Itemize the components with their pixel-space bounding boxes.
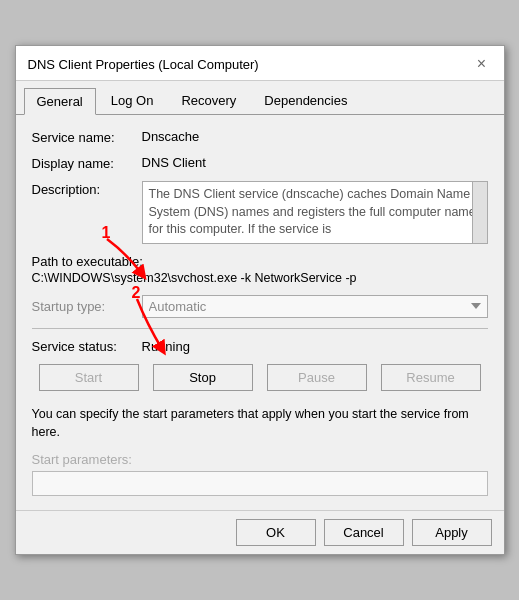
start-params-input[interactable] bbox=[32, 471, 488, 496]
start-button[interactable]: Start bbox=[39, 364, 139, 391]
tab-general[interactable]: General bbox=[24, 88, 96, 115]
dialog-footer: OK Cancel Apply bbox=[16, 510, 504, 554]
path-label: Path to executable: bbox=[32, 254, 488, 269]
service-status-row: Service status: Running 2 bbox=[32, 339, 488, 354]
description-label: Description: bbox=[32, 181, 142, 197]
path-section: Path to executable: C:\WINDOWS\system32\… bbox=[32, 254, 488, 285]
service-name-row: Service name: Dnscache bbox=[32, 129, 488, 145]
service-buttons-row: Start Stop Pause Resume bbox=[32, 364, 488, 391]
startup-type-row: Startup type: Automatic Automatic (Delay… bbox=[32, 295, 488, 318]
ok-button[interactable]: OK bbox=[236, 519, 316, 546]
description-row: Description: The DNS Client service (dns… bbox=[32, 181, 488, 244]
pause-button[interactable]: Pause bbox=[267, 364, 367, 391]
apply-button[interactable]: Apply bbox=[412, 519, 492, 546]
service-name-value: Dnscache bbox=[142, 129, 488, 144]
display-name-label: Display name: bbox=[32, 155, 142, 171]
tab-bar: General Log On Recovery Dependencies bbox=[16, 81, 504, 115]
startup-type-label: Startup type: bbox=[32, 299, 142, 314]
tab-logon[interactable]: Log On bbox=[98, 87, 167, 114]
start-params-label: Start parameters: bbox=[32, 452, 488, 467]
dialog-title: DNS Client Properties (Local Computer) bbox=[28, 57, 259, 72]
service-status-label: Service status: bbox=[32, 339, 142, 354]
description-value: The DNS Client service (dnscache) caches… bbox=[142, 181, 488, 244]
path-value: C:\WINDOWS\system32\svchost.exe -k Netwo… bbox=[32, 271, 488, 285]
help-text: You can specify the start parameters tha… bbox=[32, 405, 488, 443]
startup-type-select[interactable]: Automatic Automatic (Delayed Start) Manu… bbox=[142, 295, 488, 318]
stop-button[interactable]: Stop bbox=[153, 364, 253, 391]
general-tab-content: Service name: Dnscache Display name: DNS… bbox=[16, 115, 504, 510]
divider-1 bbox=[32, 328, 488, 329]
service-status-value: Running bbox=[142, 339, 190, 354]
display-name-value: DNS Client bbox=[142, 155, 488, 170]
close-button[interactable]: × bbox=[472, 54, 492, 74]
title-bar: DNS Client Properties (Local Computer) × bbox=[16, 46, 504, 81]
tab-recovery[interactable]: Recovery bbox=[168, 87, 249, 114]
display-name-row: Display name: DNS Client bbox=[32, 155, 488, 171]
cancel-button[interactable]: Cancel bbox=[324, 519, 404, 546]
resume-button[interactable]: Resume bbox=[381, 364, 481, 391]
tab-dependencies[interactable]: Dependencies bbox=[251, 87, 360, 114]
service-name-label: Service name: bbox=[32, 129, 142, 145]
